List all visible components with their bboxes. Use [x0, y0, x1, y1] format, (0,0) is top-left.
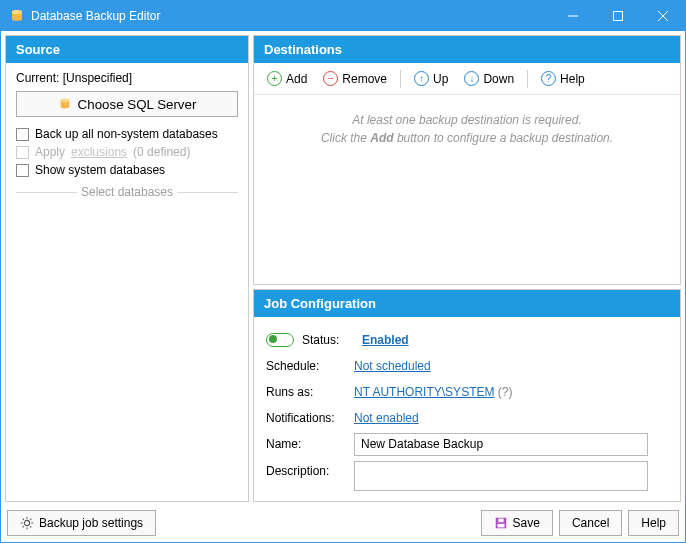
settings-label: Backup job settings — [39, 516, 143, 530]
titlebar: Database Backup Editor — [1, 1, 685, 31]
server-icon — [58, 97, 72, 111]
exclusions-link: exclusions — [71, 145, 127, 159]
checkbox-show-system-label: Show system databases — [35, 163, 165, 177]
empty-line-1: At least one backup destination is requi… — [264, 111, 670, 129]
job-header: Job Configuration — [254, 290, 680, 317]
help-button[interactable]: ? Help — [534, 67, 592, 90]
description-input[interactable] — [354, 461, 648, 491]
destinations-panel: Destinations + Add − Remove ↑ — [253, 35, 681, 285]
close-button[interactable] — [640, 1, 685, 31]
svg-point-4 — [60, 99, 69, 103]
svg-point-5 — [24, 520, 29, 525]
destinations-empty-message: At least one backup destination is requi… — [254, 95, 680, 284]
app-icon — [9, 8, 25, 24]
svg-rect-8 — [498, 519, 503, 523]
runsas-help-link[interactable]: (?) — [498, 385, 513, 399]
notifications-label: Notifications: — [266, 411, 354, 425]
question-icon: ? — [541, 71, 556, 86]
down-button[interactable]: ↓ Down — [457, 67, 521, 90]
footer: Backup job settings Save Cancel Help — [5, 506, 681, 538]
job-configuration-panel: Job Configuration Status: Enabled Schedu… — [253, 289, 681, 502]
remove-label: Remove — [342, 72, 387, 86]
arrow-up-icon: ↑ — [414, 71, 429, 86]
up-label: Up — [433, 72, 448, 86]
floppy-icon — [494, 516, 508, 530]
cancel-label: Cancel — [572, 516, 609, 530]
exclusions-count: (0 defined) — [133, 145, 190, 159]
runsas-value-link[interactable]: NT AUTHORITY\SYSTEM — [354, 385, 494, 399]
checkbox-backup-all[interactable]: Back up all non-system databases — [16, 127, 238, 141]
name-label: Name: — [266, 437, 354, 451]
checkbox-icon — [16, 164, 29, 177]
checkbox-icon — [16, 128, 29, 141]
checkbox-show-system[interactable]: Show system databases — [16, 163, 238, 177]
window: Database Backup Editor Source Current: [… — [0, 0, 686, 543]
plus-icon: + — [267, 71, 282, 86]
remove-button[interactable]: − Remove — [316, 67, 394, 90]
backup-job-settings-button[interactable]: Backup job settings — [7, 510, 156, 536]
schedule-value-link[interactable]: Not scheduled — [354, 359, 431, 373]
minimize-button[interactable] — [550, 1, 595, 31]
runsas-label: Runs as: — [266, 385, 354, 399]
svg-rect-7 — [497, 524, 504, 528]
status-label: Status: — [302, 333, 362, 347]
add-button[interactable]: + Add — [260, 67, 314, 90]
footer-help-label: Help — [641, 516, 666, 530]
save-button[interactable]: Save — [481, 510, 553, 536]
arrow-down-icon: ↓ — [464, 71, 479, 86]
minus-icon: − — [323, 71, 338, 86]
gear-icon — [20, 516, 34, 530]
checkbox-backup-all-label: Back up all non-system databases — [35, 127, 218, 141]
choose-sql-server-label: Choose SQL Server — [78, 97, 197, 112]
status-value-link[interactable]: Enabled — [362, 333, 409, 347]
name-input[interactable] — [354, 433, 648, 456]
destinations-toolbar: + Add − Remove ↑ Up ↓ — [254, 63, 680, 95]
checkbox-apply-exclusions: Apply exclusions (0 defined) — [16, 145, 238, 159]
checkbox-icon — [16, 146, 29, 159]
choose-sql-server-button[interactable]: Choose SQL Server — [16, 91, 238, 117]
svg-rect-2 — [613, 12, 622, 21]
footer-help-button[interactable]: Help — [628, 510, 679, 536]
window-title: Database Backup Editor — [31, 9, 550, 23]
down-label: Down — [483, 72, 514, 86]
current-label: Current: — [16, 71, 59, 85]
destinations-header: Destinations — [254, 36, 680, 63]
schedule-label: Schedule: — [266, 359, 354, 373]
add-label: Add — [286, 72, 307, 86]
select-databases-label: Select databases — [81, 185, 173, 199]
notifications-value-link[interactable]: Not enabled — [354, 411, 419, 425]
select-databases-section: Select databases — [16, 185, 238, 199]
source-header: Source — [6, 36, 248, 63]
status-toggle[interactable] — [266, 333, 294, 347]
current-value: [Unspecified] — [63, 71, 132, 85]
up-button[interactable]: ↑ Up — [407, 67, 455, 90]
description-label: Description: — [266, 461, 354, 478]
source-panel: Source Current: [Unspecified] Choose SQL… — [5, 35, 249, 502]
save-label: Save — [513, 516, 540, 530]
apply-label: Apply — [35, 145, 65, 159]
cancel-button[interactable]: Cancel — [559, 510, 622, 536]
maximize-button[interactable] — [595, 1, 640, 31]
help-label: Help — [560, 72, 585, 86]
svg-point-1 — [12, 10, 22, 14]
